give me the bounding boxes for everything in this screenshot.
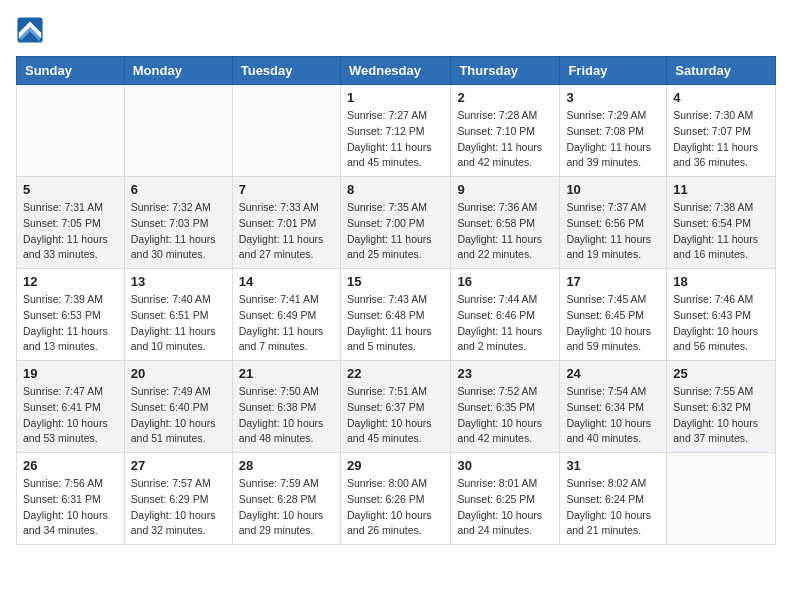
day-info: Sunrise: 7:52 AMSunset: 6:35 PMDaylight:… [457,384,553,447]
day-info: Sunrise: 7:54 AMSunset: 6:34 PMDaylight:… [566,384,660,447]
day-cell: 4Sunrise: 7:30 AMSunset: 7:07 PMDaylight… [667,85,776,177]
day-cell: 23Sunrise: 7:52 AMSunset: 6:35 PMDayligh… [451,361,560,453]
day-number: 23 [457,366,553,381]
day-cell: 2Sunrise: 7:28 AMSunset: 7:10 PMDaylight… [451,85,560,177]
day-info: Sunrise: 7:50 AMSunset: 6:38 PMDaylight:… [239,384,334,447]
day-info: Sunrise: 7:32 AMSunset: 7:03 PMDaylight:… [131,200,226,263]
day-info: Sunrise: 8:01 AMSunset: 6:25 PMDaylight:… [457,476,553,539]
day-number: 26 [23,458,118,473]
day-info: Sunrise: 7:37 AMSunset: 6:56 PMDaylight:… [566,200,660,263]
day-info: Sunrise: 7:31 AMSunset: 7:05 PMDaylight:… [23,200,118,263]
day-info: Sunrise: 7:36 AMSunset: 6:58 PMDaylight:… [457,200,553,263]
day-info: Sunrise: 8:00 AMSunset: 6:26 PMDaylight:… [347,476,444,539]
day-info: Sunrise: 7:41 AMSunset: 6:49 PMDaylight:… [239,292,334,355]
day-number: 19 [23,366,118,381]
week-row-3: 12Sunrise: 7:39 AMSunset: 6:53 PMDayligh… [17,269,776,361]
day-number: 3 [566,90,660,105]
day-info: Sunrise: 8:02 AMSunset: 6:24 PMDaylight:… [566,476,660,539]
day-cell: 27Sunrise: 7:57 AMSunset: 6:29 PMDayligh… [124,453,232,545]
day-info: Sunrise: 7:27 AMSunset: 7:12 PMDaylight:… [347,108,444,171]
day-number: 11 [673,182,769,197]
day-cell: 26Sunrise: 7:56 AMSunset: 6:31 PMDayligh… [17,453,125,545]
day-cell [17,85,125,177]
day-info: Sunrise: 7:47 AMSunset: 6:41 PMDaylight:… [23,384,118,447]
weekday-monday: Monday [124,57,232,85]
day-info: Sunrise: 7:51 AMSunset: 6:37 PMDaylight:… [347,384,444,447]
weekday-friday: Friday [560,57,667,85]
day-cell: 6Sunrise: 7:32 AMSunset: 7:03 PMDaylight… [124,177,232,269]
day-info: Sunrise: 7:29 AMSunset: 7:08 PMDaylight:… [566,108,660,171]
day-cell: 20Sunrise: 7:49 AMSunset: 6:40 PMDayligh… [124,361,232,453]
day-cell: 15Sunrise: 7:43 AMSunset: 6:48 PMDayligh… [340,269,450,361]
day-info: Sunrise: 7:43 AMSunset: 6:48 PMDaylight:… [347,292,444,355]
day-cell [667,453,776,545]
calendar-body: 1Sunrise: 7:27 AMSunset: 7:12 PMDaylight… [17,85,776,545]
logo-icon [16,16,44,44]
day-info: Sunrise: 7:28 AMSunset: 7:10 PMDaylight:… [457,108,553,171]
day-cell: 21Sunrise: 7:50 AMSunset: 6:38 PMDayligh… [232,361,340,453]
weekday-tuesday: Tuesday [232,57,340,85]
page-header [16,16,776,44]
day-number: 20 [131,366,226,381]
week-row-1: 1Sunrise: 7:27 AMSunset: 7:12 PMDaylight… [17,85,776,177]
day-info: Sunrise: 7:46 AMSunset: 6:43 PMDaylight:… [673,292,769,355]
day-info: Sunrise: 7:45 AMSunset: 6:45 PMDaylight:… [566,292,660,355]
day-cell [124,85,232,177]
day-info: Sunrise: 7:49 AMSunset: 6:40 PMDaylight:… [131,384,226,447]
week-row-4: 19Sunrise: 7:47 AMSunset: 6:41 PMDayligh… [17,361,776,453]
week-row-5: 26Sunrise: 7:56 AMSunset: 6:31 PMDayligh… [17,453,776,545]
day-number: 10 [566,182,660,197]
day-cell: 11Sunrise: 7:38 AMSunset: 6:54 PMDayligh… [667,177,776,269]
day-cell: 13Sunrise: 7:40 AMSunset: 6:51 PMDayligh… [124,269,232,361]
weekday-wednesday: Wednesday [340,57,450,85]
weekday-thursday: Thursday [451,57,560,85]
day-info: Sunrise: 7:35 AMSunset: 7:00 PMDaylight:… [347,200,444,263]
day-cell: 17Sunrise: 7:45 AMSunset: 6:45 PMDayligh… [560,269,667,361]
day-number: 31 [566,458,660,473]
day-number: 21 [239,366,334,381]
day-cell: 9Sunrise: 7:36 AMSunset: 6:58 PMDaylight… [451,177,560,269]
day-number: 8 [347,182,444,197]
logo [16,16,48,44]
day-cell: 28Sunrise: 7:59 AMSunset: 6:28 PMDayligh… [232,453,340,545]
day-cell: 31Sunrise: 8:02 AMSunset: 6:24 PMDayligh… [560,453,667,545]
day-cell: 19Sunrise: 7:47 AMSunset: 6:41 PMDayligh… [17,361,125,453]
day-info: Sunrise: 7:33 AMSunset: 7:01 PMDaylight:… [239,200,334,263]
day-cell: 3Sunrise: 7:29 AMSunset: 7:08 PMDaylight… [560,85,667,177]
day-number: 27 [131,458,226,473]
day-cell: 5Sunrise: 7:31 AMSunset: 7:05 PMDaylight… [17,177,125,269]
day-cell: 8Sunrise: 7:35 AMSunset: 7:00 PMDaylight… [340,177,450,269]
day-info: Sunrise: 7:38 AMSunset: 6:54 PMDaylight:… [673,200,769,263]
day-number: 4 [673,90,769,105]
day-number: 16 [457,274,553,289]
day-number: 15 [347,274,444,289]
day-info: Sunrise: 7:57 AMSunset: 6:29 PMDaylight:… [131,476,226,539]
day-info: Sunrise: 7:39 AMSunset: 6:53 PMDaylight:… [23,292,118,355]
day-number: 5 [23,182,118,197]
day-number: 24 [566,366,660,381]
calendar-table: SundayMondayTuesdayWednesdayThursdayFrid… [16,56,776,545]
day-cell: 16Sunrise: 7:44 AMSunset: 6:46 PMDayligh… [451,269,560,361]
day-info: Sunrise: 7:56 AMSunset: 6:31 PMDaylight:… [23,476,118,539]
day-number: 13 [131,274,226,289]
day-cell: 24Sunrise: 7:54 AMSunset: 6:34 PMDayligh… [560,361,667,453]
day-cell: 29Sunrise: 8:00 AMSunset: 6:26 PMDayligh… [340,453,450,545]
day-cell: 14Sunrise: 7:41 AMSunset: 6:49 PMDayligh… [232,269,340,361]
day-number: 25 [673,366,769,381]
day-cell: 1Sunrise: 7:27 AMSunset: 7:12 PMDaylight… [340,85,450,177]
day-number: 29 [347,458,444,473]
day-number: 6 [131,182,226,197]
day-info: Sunrise: 7:40 AMSunset: 6:51 PMDaylight:… [131,292,226,355]
day-number: 18 [673,274,769,289]
day-number: 28 [239,458,334,473]
day-info: Sunrise: 7:55 AMSunset: 6:32 PMDaylight:… [673,384,769,447]
day-info: Sunrise: 7:44 AMSunset: 6:46 PMDaylight:… [457,292,553,355]
day-cell: 22Sunrise: 7:51 AMSunset: 6:37 PMDayligh… [340,361,450,453]
day-number: 2 [457,90,553,105]
weekday-saturday: Saturday [667,57,776,85]
day-number: 1 [347,90,444,105]
week-row-2: 5Sunrise: 7:31 AMSunset: 7:05 PMDaylight… [17,177,776,269]
day-cell: 25Sunrise: 7:55 AMSunset: 6:32 PMDayligh… [667,361,776,453]
day-info: Sunrise: 7:59 AMSunset: 6:28 PMDaylight:… [239,476,334,539]
day-cell: 12Sunrise: 7:39 AMSunset: 6:53 PMDayligh… [17,269,125,361]
